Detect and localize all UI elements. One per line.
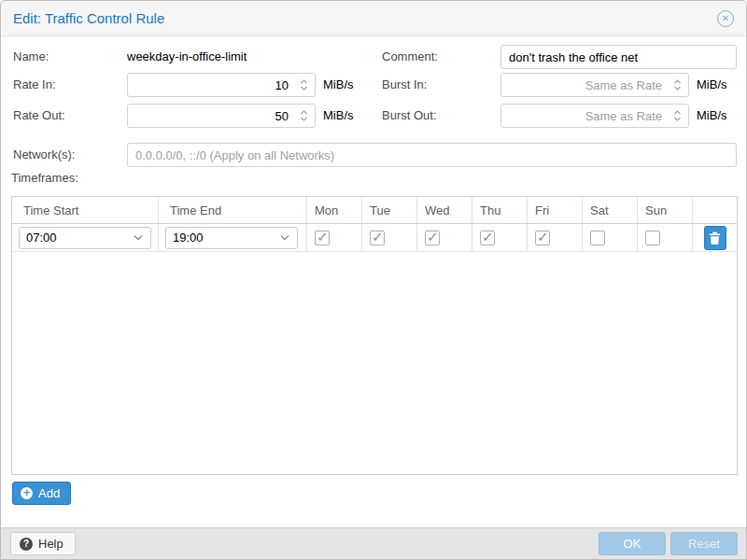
rate-in-unit: MiB/s (323, 73, 354, 97)
comment-input[interactable] (500, 45, 737, 69)
burst-in-label: Burst In: (382, 73, 427, 97)
chevron-down-icon (133, 234, 144, 242)
chevron-down-icon (279, 234, 290, 242)
rate-in-spinner[interactable] (299, 77, 309, 92)
time-start-value: 07:00 (26, 231, 57, 245)
rate-out-input[interactable] (127, 104, 316, 128)
comment-label: Comment: (382, 45, 438, 69)
checkbox-wed[interactable] (425, 231, 440, 245)
close-icon: ✕ (722, 14, 729, 23)
name-label: Name: (13, 45, 49, 69)
burst-out-unit: MiB/s (697, 104, 727, 128)
close-button[interactable]: ✕ (717, 10, 734, 27)
rate-in-label: Rate In: (13, 73, 56, 97)
column-header-wed: Wed (417, 197, 472, 223)
add-button-label: Add (38, 486, 60, 500)
column-header-fri: Fri (528, 197, 583, 223)
column-header-sun: Sun (638, 197, 693, 223)
column-header-time-start: Time Start (12, 197, 159, 223)
traffic-control-rule-dialog: Edit: Traffic Control Rule ✕ Name: weekd… (0, 0, 747, 560)
timeframes-label: Timeframes: (11, 169, 78, 188)
help-button-label: Help (38, 537, 63, 551)
column-header-actions (693, 197, 737, 223)
spinner-arrows-icon (672, 77, 683, 92)
dialog-footer: ? Help OK Reset (1, 527, 746, 559)
burst-in-spinner[interactable] (672, 77, 683, 92)
trash-icon (709, 231, 721, 245)
reset-button[interactable]: Reset (670, 532, 738, 555)
burst-out-spinner[interactable] (672, 108, 683, 123)
column-header-mon: Mon (307, 197, 362, 223)
dialog-header: Edit: Traffic Control Rule ✕ (1, 1, 746, 36)
burst-in-input[interactable] (500, 73, 689, 97)
column-header-time-end: Time End (159, 197, 307, 223)
burst-out-label: Burst Out: (382, 104, 437, 128)
checkbox-sat[interactable] (590, 231, 605, 245)
column-header-tue: Tue (362, 197, 417, 223)
networks-label: Network(s): (13, 143, 75, 167)
question-circle-icon: ? (20, 538, 33, 551)
burst-out-input[interactable] (500, 104, 689, 128)
rate-in-input[interactable] (127, 73, 316, 97)
networks-input[interactable] (127, 143, 737, 167)
timeframes-grid: Time Start Time End Mon Tue Wed Thu Fri … (11, 196, 738, 475)
dialog-title: Edit: Traffic Control Rule (13, 1, 164, 36)
name-value: weekday-in-office-limit (127, 45, 247, 69)
rate-out-unit: MiB/s (323, 104, 354, 128)
spinner-arrows-icon (299, 108, 309, 123)
checkbox-mon[interactable] (315, 231, 330, 245)
checkbox-sun[interactable] (645, 231, 660, 245)
column-header-sat: Sat (583, 197, 638, 223)
plus-circle-icon: + (21, 487, 33, 499)
time-end-value: 19:00 (173, 231, 204, 245)
rate-out-spinner[interactable] (299, 108, 309, 123)
time-start-combo[interactable]: 07:00 (19, 227, 151, 249)
burst-in-unit: MiB/s (697, 73, 727, 97)
column-header-thu: Thu (472, 197, 528, 223)
checkbox-tue[interactable] (370, 231, 385, 245)
spinner-arrows-icon (299, 77, 309, 92)
spinner-arrows-icon (672, 108, 683, 123)
checkbox-fri[interactable] (535, 231, 550, 245)
rate-out-label: Rate Out: (13, 104, 65, 128)
ok-button[interactable]: OK (599, 532, 666, 555)
timeframes-grid-header: Time Start Time End Mon Tue Wed Thu Fri … (12, 197, 737, 224)
delete-row-button[interactable] (704, 226, 726, 250)
add-button[interactable]: + Add (12, 482, 71, 505)
checkbox-thu[interactable] (480, 231, 495, 245)
time-end-combo[interactable]: 19:00 (165, 227, 298, 249)
help-button[interactable]: ? Help (10, 532, 76, 555)
timeframe-row: 07:00 19:00 (12, 224, 737, 252)
